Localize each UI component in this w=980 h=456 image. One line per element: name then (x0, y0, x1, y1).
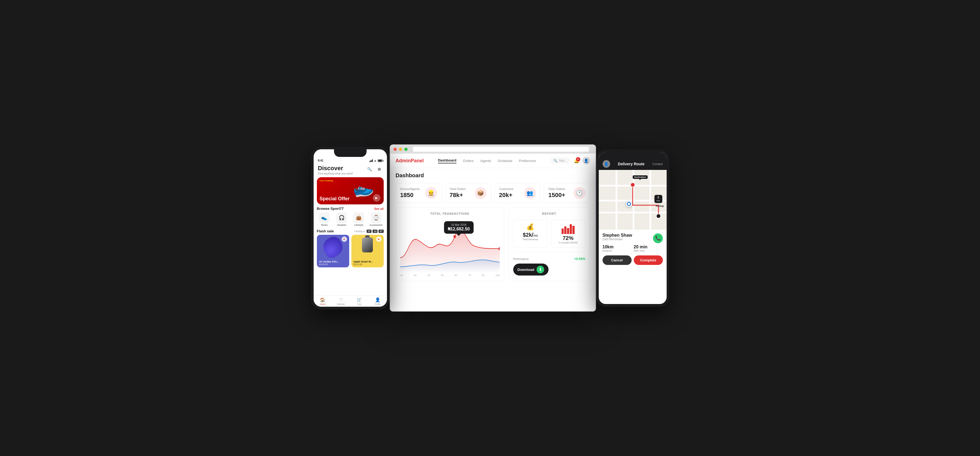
stat-customers: Customers 20k+ 👥 (495, 183, 541, 203)
admin-header: AdminPanel Dashboard Orders Agents Sched… (390, 154, 595, 168)
bar-2 (564, 226, 566, 234)
category-accessories[interactable]: ⌚ Accessories (369, 212, 384, 226)
flash-timer: Closing in: 07 10 07 (354, 230, 383, 233)
browse-header: Browse Sport77 See all (317, 207, 384, 211)
see-all-link[interactable]: See all (374, 207, 384, 210)
growth-label: % Growth (MOM) (555, 241, 582, 244)
user-avatar[interactable]: 👤 (582, 157, 590, 164)
watch-image (362, 237, 373, 253)
battery-icon (378, 159, 383, 162)
rider-row: Stephen Shaw 2300 Winchester 📞 (603, 233, 663, 243)
stat-drivers: Drivers/Agents 1850 👷 (396, 183, 442, 203)
contact-link[interactable]: Contact (652, 162, 663, 165)
nav-dashboard[interactable]: Dashboard (438, 158, 457, 164)
search-bar[interactable]: 🔍 find... (550, 157, 570, 164)
category-grid: 👟 Shoes 🎧 Headset 👜 Lifestyle ⌚ Accessor… (317, 212, 384, 226)
chart-title: TOTAL TRANSACTIONS (400, 212, 500, 215)
stat-daily-label: Daily Deliver (549, 187, 570, 191)
trip-time: 20 min Ride Time (634, 245, 663, 252)
rider-address: 2300 Winchester (603, 238, 632, 241)
time-label: Ride Time (634, 249, 663, 252)
laptop: AdminPanel Dashboard Orders Agents Sched… (390, 145, 596, 311)
scene: 9:41 ▲ Discover Find anything what you w… (327, 145, 653, 311)
shoes-icon: 👟 (319, 212, 330, 223)
category-lifestyle[interactable]: 👜 Lifestyle (352, 212, 367, 226)
delivery-info: Stephen Shaw 2300 Winchester 📞 10km Dist… (599, 230, 667, 268)
nav-profile[interactable]: 👤 Profile (369, 297, 387, 305)
growth-bars (555, 223, 582, 234)
notification-button[interactable]: 🔔 3 (574, 158, 579, 164)
report-title: REPORT (513, 212, 585, 215)
browse-section: Browse Sport77 See all 👟 Shoes 🎧 Headset… (313, 204, 387, 227)
nav-orders[interactable]: Orders (463, 159, 474, 163)
close-button[interactable] (393, 148, 397, 151)
chart-x-labels: 10 20 30 50 60 70 90 100 (400, 273, 500, 276)
logo-panel: Panel (411, 158, 424, 164)
grid-icon[interactable]: ⊞ (376, 166, 383, 172)
customers-icon: 👥 (524, 187, 536, 199)
wishlist-watch-button[interactable]: ♥ (376, 237, 382, 242)
download-button[interactable]: Download ⬇ (513, 264, 549, 275)
svg-point-1 (656, 214, 661, 218)
nav-wishlist[interactable]: ♡ Wishlist (332, 297, 350, 305)
charts-row: TOTAL TRANSACTIONS 16 Mar 2018 ₦12,682.5… (396, 207, 590, 281)
watch-name: Apple Smart W... (353, 260, 373, 263)
stats-row: Drivers/Agents 1850 👷 Total Orders 78k+ … (396, 183, 590, 203)
bottom-nav: 🏠 Home ♡ Wishlist 🛒 Cart 👤 Profile (313, 295, 387, 307)
x-label-50: 50 (441, 274, 444, 276)
play-button[interactable]: ▶ (373, 194, 380, 202)
complete-button[interactable]: Complete (634, 256, 663, 265)
flash-title: Flash sale (317, 229, 334, 233)
minimize-button[interactable] (399, 148, 402, 151)
category-headset[interactable]: 🎧 Headset (334, 212, 349, 226)
admin-logo: AdminPanel (396, 158, 424, 164)
flash-section: Flash sale Closing in: 07 10 07 ♥ Air (313, 227, 387, 295)
stat-drivers-label: Drivers/Agents (400, 187, 422, 191)
watch-info: Apple Smart W... $110.00 (353, 260, 373, 266)
cancel-button[interactable]: Cancel (603, 256, 632, 265)
search-icon[interactable]: 🔍 (366, 166, 373, 172)
nav-cart-label: Cart (357, 303, 361, 305)
watch-price: $110.00 (353, 263, 373, 266)
laptop-titlebar (390, 145, 595, 154)
maximize-button[interactable] (404, 148, 407, 151)
time-value: 20 min (634, 245, 663, 249)
nav-wishlist-label: Wishlist (337, 303, 345, 305)
bar-4 (570, 224, 572, 234)
x-label-10: 10 (400, 274, 403, 276)
time-badge: 2min (654, 195, 662, 203)
discover-header: Discover Find anything what you want! 🔍 … (313, 163, 387, 177)
nav-agents[interactable]: Agents (480, 159, 491, 163)
stat-drivers-info: Drivers/Agents 1850 (400, 187, 422, 199)
revenue-metric: 💰 $2k/mo Total Revenue (513, 219, 548, 248)
nav-cart[interactable]: 🛒 Cart (350, 297, 369, 305)
logo-admin: Admin (396, 158, 411, 164)
nav-home[interactable]: 🏠 Home (313, 297, 332, 305)
admin-panel: AdminPanel Dashboard Orders Agents Sched… (390, 154, 595, 311)
stat-daily-value: 1500+ (549, 192, 570, 199)
wishlist-jordan-button[interactable]: ♥ (342, 237, 347, 242)
search-icon: 🔍 (554, 159, 557, 163)
bar-3 (567, 228, 569, 234)
stat-customers-info: Customers 20k+ (499, 187, 521, 199)
nav-preferences[interactable]: Prefernces (519, 159, 536, 163)
delivery-title: Delivery Route (618, 162, 644, 166)
stat-customers-label: Customers (499, 187, 521, 191)
flash-item-watch[interactable]: ♥ Apple Smart W... $110.00 (352, 235, 384, 267)
stat-orders-label: Total Orders (450, 187, 471, 191)
headset-label: Headset (337, 224, 346, 226)
nav-schedule[interactable]: Schedule (498, 159, 512, 163)
call-button[interactable]: 📞 (653, 234, 663, 243)
category-shoes[interactable]: 👟 Shoes (317, 212, 332, 226)
report-card: REPORT 💰 $2k/mo Total Revenue (509, 207, 590, 281)
wifi-icon: ▲ (374, 159, 377, 162)
page-title: Dashboard (396, 172, 590, 179)
home-icon: 🏠 (320, 297, 325, 302)
growth-metric: 72% % Growth (MOM) (551, 219, 585, 248)
admin-header-right: 🔍 find... 🔔 3 👤 (550, 157, 590, 164)
report-metrics: 💰 $2k/mo Total Revenue (513, 219, 585, 248)
trip-stats: 10km Distance 20 min Ride Time (603, 245, 663, 252)
url-bar[interactable] (413, 147, 589, 152)
stat-orders-value: 78k+ (450, 192, 471, 199)
flash-item-jordan[interactable]: ♥ Air Jordan XXX... $140.00 (317, 235, 349, 267)
